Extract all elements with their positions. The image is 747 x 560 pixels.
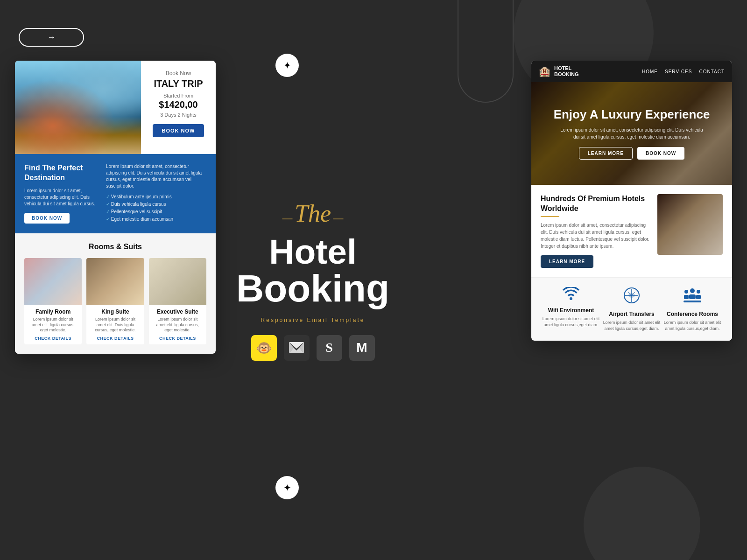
hotels-title: Hundreds Of Premium Hotels Worldwide — [541, 194, 650, 214]
learn-more-button-hero[interactable]: LEARN MORE — [579, 147, 633, 160]
svg-point-10 — [697, 290, 700, 294]
rooms-section: Rooms & Suits Family Room Lorem ipsum do… — [15, 233, 216, 354]
book-now-button-hero[interactable]: BOOK NOW — [637, 147, 684, 160]
price-value: $1420,00 — [148, 99, 209, 110]
right-hero-overlay: Enjoy A Luxury Experience Lorem ipsum do… — [531, 82, 732, 185]
amenities-section: Wifi Environment Lorem ipsum dolor sit a… — [531, 278, 732, 341]
hotel-logo: 🏨 HOTEL BOOKING — [539, 65, 579, 77]
hotels-divider — [541, 216, 559, 217]
wifi-name: Wifi Environment — [541, 307, 601, 314]
king-suite-image — [86, 258, 144, 305]
hotels-right — [657, 194, 723, 268]
duration-value: 3 Days 2 Nights — [148, 112, 209, 118]
email-service-icons: 🐵 S M — [251, 335, 375, 361]
right-card-header: 🏨 HOTEL BOOKING HOME SERVICES CONTACT — [531, 61, 732, 82]
booking-label: Booking — [236, 269, 389, 308]
rooms-grid: Family Room Lorem ipsum dolor sit amet e… — [24, 258, 206, 344]
book-now-button[interactable]: BOOK NOW — [153, 124, 204, 137]
airport-desc: Lorem ipsum dolor sit amet elit amet lig… — [601, 320, 662, 331]
destination-right-desc: Lorem ipsum dolor sit amet, consectetur … — [106, 163, 206, 189]
arrow-button[interactable] — [19, 28, 84, 47]
king-suite-desc: Lorem ipsum dolor sit amet elit. Duis li… — [90, 317, 140, 333]
king-suite-info: King Suite Lorem ipsum dolor sit amet el… — [86, 305, 144, 344]
nav-home[interactable]: HOME — [642, 69, 658, 74]
svg-rect-11 — [689, 294, 696, 299]
executive-suite-image — [149, 258, 206, 305]
destination-section: Find The Perfect Destination Lorem ipsum… — [15, 154, 216, 233]
hotel-logo-text: HOTEL BOOKING — [554, 65, 579, 77]
room-card-king: King Suite Lorem ipsum dolor sit amet el… — [86, 258, 144, 344]
check-item-1: Vestibulum ante ipsum primis — [106, 194, 206, 199]
nav-contact[interactable]: CONTACT — [699, 69, 725, 74]
right-hero-buttons: LEARN MORE BOOK NOW — [579, 147, 684, 160]
check-item-2: Duis vehicula ligula cursus — [106, 202, 206, 207]
mailchimp-icon: 🐵 — [251, 335, 277, 361]
hotel-logo-icon: 🏨 — [539, 66, 550, 77]
subtitle-label: Responsive Email Template — [261, 317, 365, 323]
amenity-conference: Conference Rooms Lorem ipsum dolor sit a… — [662, 287, 723, 331]
room-card-family: Family Room Lorem ipsum dolor sit amet e… — [24, 258, 82, 344]
hotel-logo-line2: BOOKING — [554, 71, 579, 77]
nav-services[interactable]: SERVICES — [665, 69, 692, 74]
family-room-info: Family Room Lorem ipsum dolor sit amet e… — [24, 305, 82, 344]
wifi-desc: Lorem ipsum dolor sit amet elit amet lig… — [541, 316, 601, 328]
left-email-card: Book Now ITALY TRIP Started From $1420,0… — [15, 61, 216, 354]
stamplia-icon: S — [317, 335, 342, 361]
executive-suite-desc: Lorem ipsum dolor sit amet elit. ligula … — [153, 317, 203, 333]
check-item-4: Eget molestie diam accumsan — [106, 217, 206, 222]
trip-info: Book Now ITALY TRIP Started From $1420,0… — [141, 61, 216, 154]
the-label: The — [295, 200, 331, 227]
family-room-desc: Lorem ipsum dolor sit amet elit. ligula … — [28, 317, 78, 333]
svg-point-8 — [690, 288, 695, 293]
family-room-image — [24, 258, 82, 305]
executive-suite-name: Executive Suite — [153, 308, 203, 315]
bg-decoration-arc-top — [458, 0, 514, 103]
center-branding: — The — Hotel Booking Responsive Email T… — [224, 0, 402, 560]
started-from-label: Started From — [148, 93, 209, 98]
svg-rect-13 — [696, 295, 701, 299]
destination-desc: Lorem ipsum dolor sit amet, consectetur … — [24, 188, 99, 207]
svg-rect-14 — [684, 301, 701, 302]
amenity-airport: Airport Transfers Lorem ipsum dolor sit … — [601, 287, 662, 331]
book-now-label: Book Now — [148, 70, 209, 77]
executive-suite-link[interactable]: CHECK DETAILS — [153, 336, 203, 341]
bg-decoration-circle-bottom — [584, 467, 700, 560]
amenity-wifi: Wifi Environment Lorem ipsum dolor sit a… — [541, 287, 601, 331]
left-hero-section: Book Now ITALY TRIP Started From $1420,0… — [15, 61, 216, 154]
hotels-left: Hundreds Of Premium Hotels Worldwide Lor… — [541, 194, 650, 268]
airport-icon — [601, 287, 662, 307]
conference-name: Conference Rooms — [662, 311, 723, 317]
room-card-executive: Executive Suite Lorem ipsum dolor sit am… — [149, 258, 206, 344]
destination-left: Find The Perfect Destination Lorem ipsum… — [24, 163, 99, 224]
trip-title: ITALY TRIP — [148, 78, 209, 89]
checklist: Vestibulum ante ipsum primis Duis vehicu… — [106, 194, 206, 222]
king-suite-link[interactable]: CHECK DETAILS — [90, 336, 140, 341]
conference-icon — [662, 287, 723, 307]
hotels-learn-more-button[interactable]: LEARN MORE — [541, 255, 593, 268]
campaign-monitor-icon — [284, 335, 310, 361]
star-icon-top: ✦ — [275, 54, 299, 77]
conference-desc: Lorem ipsum dolor sit amet elit amet lig… — [662, 320, 723, 331]
right-hero: Enjoy A Luxury Experience Lorem ipsum do… — [531, 82, 732, 185]
italy-image — [15, 61, 141, 154]
hotel-label: Hotel — [269, 234, 357, 269]
rooms-title: Rooms & Suits — [24, 243, 206, 251]
right-nav: HOME SERVICES CONTACT — [642, 69, 725, 74]
luxury-title: Enjoy A Luxury Experience — [554, 107, 710, 122]
luxury-desc: Lorem ipsum dolor sit amet, consectetur … — [557, 126, 706, 140]
svg-point-9 — [684, 290, 688, 294]
hotel-logo-line1: HOTEL — [554, 65, 579, 71]
right-email-card: 🏨 HOTEL BOOKING HOME SERVICES CONTACT En… — [531, 61, 732, 341]
family-room-name: Family Room — [28, 308, 78, 315]
executive-suite-info: Executive Suite Lorem ipsum dolor sit am… — [149, 305, 206, 344]
svg-rect-12 — [684, 295, 689, 299]
family-room-link[interactable]: CHECK DETAILS — [28, 336, 78, 341]
destination-right: Lorem ipsum dolor sit amet, consectetur … — [106, 163, 206, 224]
mailjet-icon: M — [349, 335, 375, 361]
destination-book-button[interactable]: BOOK NOW — [24, 213, 70, 224]
hotels-section: Hundreds Of Premium Hotels Worldwide Lor… — [531, 185, 732, 278]
hotel-room-image — [657, 194, 723, 255]
hotels-desc: Lorem ipsum dolor sit amet, consectetur … — [541, 222, 650, 250]
star-icon-bottom: ✦ — [275, 476, 299, 499]
wifi-icon — [541, 287, 601, 303]
